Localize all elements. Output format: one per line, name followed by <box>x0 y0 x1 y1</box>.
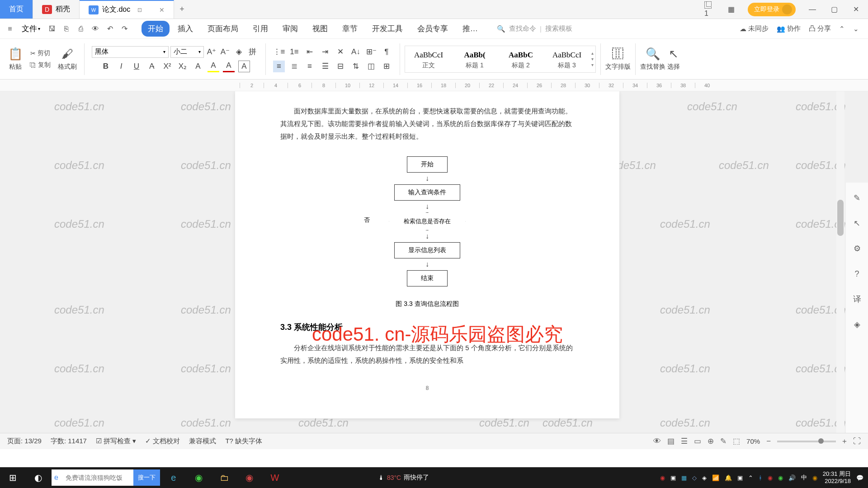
align-justify-button[interactable]: ☰ <box>319 61 331 72</box>
action-center-icon[interactable]: 💬 <box>856 474 863 481</box>
outline-view-icon[interactable]: ☰ <box>681 436 688 446</box>
fullscreen-icon[interactable]: ⛶ <box>853 437 861 446</box>
style-up-icon[interactable]: ▴ <box>591 51 594 56</box>
tray-icon[interactable]: ◇ <box>692 474 697 481</box>
taskbar-search-button[interactable]: 搜一下 <box>133 469 160 486</box>
shading-button[interactable]: ◫ <box>365 61 377 72</box>
vertical-scrollbar[interactable] <box>836 91 844 433</box>
font-size-select[interactable]: 小二▾ <box>170 46 204 58</box>
underline-button[interactable]: U <box>131 61 142 72</box>
bluetooth-icon[interactable]: ᚼ <box>759 474 762 481</box>
spell-check[interactable]: ☑ 拼写检查 ▾ <box>96 437 136 446</box>
menu-more[interactable]: 推… <box>456 21 484 37</box>
menu-review[interactable]: 审阅 <box>276 21 304 37</box>
style-more-icon[interactable]: ▾ <box>591 62 594 67</box>
tray-icon[interactable]: ▣ <box>737 474 743 481</box>
taskbar-search-input[interactable] <box>61 474 133 481</box>
chevron-up-icon[interactable]: ⌃ <box>748 474 753 481</box>
pin-icon[interactable]: ⊡ <box>137 7 142 13</box>
ie-app-icon[interactable]: e <box>161 467 186 488</box>
menu-page-layout[interactable]: 页面布局 <box>201 21 245 37</box>
start-button[interactable]: ⊞ <box>0 467 25 488</box>
scrollbar-thumb[interactable] <box>837 200 844 236</box>
search-command-input[interactable]: 查找命令 <box>509 24 536 33</box>
login-button[interactable]: 立即登录 <box>748 3 796 16</box>
save-icon[interactable]: 🖫 <box>46 23 58 35</box>
style-heading3[interactable]: AaBbCcI标题 3 <box>544 47 590 71</box>
indent-dec-button[interactable]: ⇤ <box>304 46 316 58</box>
menu-references[interactable]: 引用 <box>246 21 274 37</box>
redo-icon[interactable]: ↷ <box>118 23 131 35</box>
font-shrink-icon[interactable]: A⁻ <box>219 46 231 58</box>
page-view-icon[interactable]: ▤ <box>667 436 675 446</box>
layout-icon[interactable]: ⿺1 <box>704 5 714 14</box>
ruler[interactable]: 246810121416182022242628303234363840 <box>0 80 868 91</box>
style-normal[interactable]: AaBbCcI正文 <box>406 47 451 71</box>
volume-icon[interactable]: 🔊 <box>788 474 796 481</box>
weather-widget[interactable]: 🌡 83°C 雨快停了 <box>378 474 429 482</box>
menu-dev-tools[interactable]: 开发工具 <box>366 21 409 37</box>
document-page[interactable]: 面对数据库里面大量数据，在系统的前台，要想快速获取需要的信息，就需要使用查询功能… <box>235 91 619 418</box>
border-button[interactable]: ⊞ <box>381 61 392 72</box>
app-icon[interactable]: ◉ <box>237 467 262 488</box>
cut-button[interactable]: ✂剪切 <box>30 49 50 57</box>
wps-app-icon[interactable]: W <box>262 467 288 488</box>
tray-icon[interactable]: ▦ <box>681 474 687 481</box>
phonetic-icon[interactable]: 拼 <box>246 46 258 58</box>
strike-button[interactable]: A̵ <box>146 61 158 72</box>
file-menu[interactable]: 文件 ▾ <box>18 22 44 36</box>
menu-chapter[interactable]: 章节 <box>336 21 364 37</box>
italic-button[interactable]: I <box>115 61 127 72</box>
line-spacing-button[interactable]: ⇅ <box>350 61 362 72</box>
print-icon[interactable]: ⎙ <box>75 23 87 35</box>
taskbar-search[interactable]: e 搜一下 <box>52 469 160 486</box>
add-tab-button[interactable]: + <box>174 0 190 19</box>
zoom-level[interactable]: 70% <box>746 437 760 445</box>
missing-font[interactable]: T? 缺失字体 <box>225 437 262 446</box>
bullet-list-button[interactable]: ⋮≡ <box>273 46 285 58</box>
style-heading2[interactable]: AaBbC标题 2 <box>498 47 543 71</box>
close-window-icon[interactable]: ✕ <box>851 5 861 14</box>
tray-icon[interactable]: ◉ <box>660 474 665 481</box>
tab-docke[interactable]: D 稻壳 <box>33 0 80 19</box>
menu-icon[interactable]: ≡ <box>4 23 16 35</box>
font-color-button[interactable]: A <box>223 61 235 72</box>
zoom-slider[interactable] <box>777 441 836 442</box>
help-icon[interactable]: ? <box>851 267 863 280</box>
collapse-ribbon-icon[interactable]: ⌃ <box>839 25 845 33</box>
format-painter-button[interactable]: 🖌格式刷 <box>58 47 77 71</box>
wifi-icon[interactable]: 📶 <box>712 474 719 481</box>
style-down-icon[interactable]: ▾ <box>591 56 594 61</box>
text-layout-button[interactable]: ⿲文字排版 <box>605 47 631 71</box>
tab-home[interactable]: 首页 <box>0 0 33 19</box>
page-indicator[interactable]: 页面: 13/29 <box>7 437 42 446</box>
menu-view[interactable]: 视图 <box>306 21 334 37</box>
preview-icon[interactable]: 👁 <box>89 23 102 35</box>
word-count[interactable]: 字数: 11417 <box>51 437 87 446</box>
style-heading1[interactable]: AaBb(标题 1 <box>452 47 497 71</box>
align-center-button[interactable]: ≣ <box>288 61 300 72</box>
edit-icon[interactable]: ✎ <box>720 436 726 446</box>
bold-button[interactable]: B <box>100 61 112 72</box>
explorer-app-icon[interactable]: 🗀 <box>212 467 237 488</box>
select-tool-icon[interactable]: ↖ <box>851 217 863 230</box>
tray-icon[interactable]: ◉ <box>768 474 773 481</box>
search-template-input[interactable]: 搜索模板 <box>545 24 572 33</box>
output-icon[interactable]: ⎘ <box>60 23 73 35</box>
reading-view-icon[interactable]: ▭ <box>694 436 701 446</box>
clock[interactable]: 20:31 周日 2022/9/18 <box>823 470 851 485</box>
collab-button[interactable]: 👥协作 <box>777 24 801 33</box>
document-proof[interactable]: ✓ 文档校对 <box>145 437 180 446</box>
align-dist-button[interactable]: ⊞⁻ <box>365 46 377 58</box>
web-view-icon[interactable]: ⊕ <box>708 436 714 446</box>
settings-slider-icon[interactable]: ⚙ <box>851 242 863 255</box>
maximize-icon[interactable]: ▢ <box>829 5 839 14</box>
superscript-button[interactable]: X² <box>161 61 173 72</box>
tab-document[interactable]: W 论文.doc ⊡ ✕ <box>80 0 174 19</box>
copy-button[interactable]: ⿻复制 <box>30 61 51 69</box>
number-list-button[interactable]: 1≡ <box>288 46 300 58</box>
compat-mode[interactable]: 兼容模式 <box>189 437 216 446</box>
minimize-icon[interactable]: — <box>807 5 817 14</box>
menu-start[interactable]: 开始 <box>142 21 170 37</box>
apps-icon[interactable]: ▦ <box>726 5 736 14</box>
